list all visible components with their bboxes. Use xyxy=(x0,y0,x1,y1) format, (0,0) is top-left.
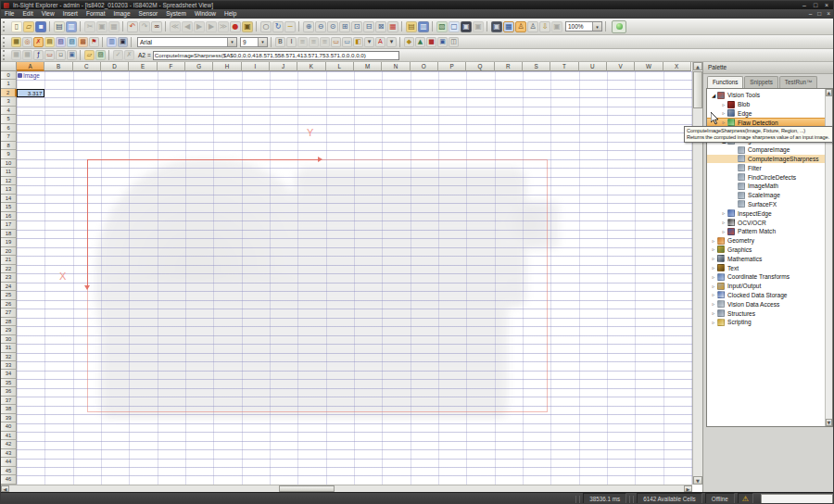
select-region-icon[interactable]: ▫ xyxy=(56,50,66,60)
next-image-icon[interactable]: ▶ xyxy=(206,21,217,32)
spreadsheet-view-icon[interactable]: ▦ xyxy=(503,21,514,32)
zoom-fit-icon[interactable]: ⊞ xyxy=(339,21,350,32)
find-icon[interactable]: ∞ xyxy=(151,21,162,32)
column-header-C[interactable]: C xyxy=(73,62,101,71)
scroll-up-icon[interactable]: ▲ xyxy=(826,89,832,96)
align-center-button[interactable]: ≡ xyxy=(309,37,319,47)
expanded-arrow-icon[interactable]: ◢ xyxy=(710,93,717,98)
column-header-A[interactable]: A xyxy=(17,62,44,71)
row-header-35[interactable]: 35 xyxy=(1,379,17,387)
chart-icon[interactable]: ▲ xyxy=(415,37,425,47)
menu-edit[interactable]: Edit xyxy=(22,9,32,19)
palette-tab-functions[interactable]: Functions xyxy=(707,76,743,88)
row-header-26[interactable]: 26 xyxy=(1,300,17,309)
scroll-up-icon[interactable]: ▲ xyxy=(693,62,702,70)
column-header-B[interactable]: B xyxy=(44,62,72,71)
logon-icon[interactable]: ♙ xyxy=(515,21,526,32)
column-header-J[interactable]: J xyxy=(270,62,297,71)
column-header-P[interactable]: P xyxy=(438,62,466,71)
last-image-icon[interactable]: ≫ xyxy=(218,21,229,32)
row-header-22[interactable]: 22 xyxy=(1,265,17,273)
column-header-X[interactable]: X xyxy=(663,62,691,71)
row-header-8[interactable]: 8 xyxy=(1,142,17,150)
tree-item-inspectedge[interactable]: ▹InspectEdge xyxy=(707,208,832,218)
tree-item-surfacefx[interactable]: SurfaceFX xyxy=(707,200,832,209)
row-header-46[interactable]: 46 xyxy=(1,475,17,484)
row-header-43[interactable]: 43 xyxy=(1,449,17,458)
tree-item-mathematics[interactable]: ▹Mathematics xyxy=(707,254,832,263)
row-header-9[interactable]: 9 xyxy=(1,150,17,158)
play-icon[interactable]: ▶ xyxy=(194,21,205,32)
row-header-30[interactable]: 30 xyxy=(1,335,17,344)
user-access-icon[interactable]: ♙ xyxy=(527,21,538,32)
font-name-combo[interactable]: Arial ▾ xyxy=(137,37,237,47)
monitor-off-icon[interactable]: ▣ xyxy=(473,21,484,32)
mdi-minimize-button[interactable]: – xyxy=(809,9,813,19)
control-icon[interactable]: ■ xyxy=(426,37,436,47)
cell-grid-icon[interactable]: ▦ xyxy=(11,50,21,60)
zoom-level-combo[interactable]: 100% ▾ xyxy=(565,21,602,32)
row-header-41[interactable]: 41 xyxy=(1,432,17,440)
scroll-down-icon[interactable]: ▼ xyxy=(826,419,832,426)
fill-color-dropdown[interactable]: ▾ xyxy=(364,37,374,47)
row-header-25[interactable]: 25 xyxy=(1,291,17,299)
collapsed-arrow-icon[interactable]: ▹ xyxy=(720,210,727,216)
collapsed-arrow-icon[interactable]: ▹ xyxy=(720,110,727,116)
delete-cells-icon[interactable]: ✗ xyxy=(33,37,44,47)
dropdown-arrow-icon[interactable]: ▾ xyxy=(227,38,236,46)
export-cells-icon[interactable]: ▨ xyxy=(67,37,77,47)
column-header-O[interactable]: O xyxy=(411,62,438,71)
collapsed-arrow-icon[interactable]: ▹ xyxy=(710,301,717,307)
copy-icon[interactable]: ▣ xyxy=(96,21,107,32)
dropdown-arrow-icon[interactable]: ▾ xyxy=(258,38,267,46)
maximize-button[interactable]: □ xyxy=(811,1,820,9)
row-header-38[interactable]: 38 xyxy=(1,405,17,413)
toolbar-grip[interactable] xyxy=(3,21,7,32)
tree-item-scripting[interactable]: ▹Scripting xyxy=(707,318,832,327)
row-header-12[interactable]: 12 xyxy=(1,177,17,185)
save-job-icon[interactable]: ▪ xyxy=(35,21,46,32)
collapsed-arrow-icon[interactable]: ▹ xyxy=(720,220,727,225)
image-window-icon[interactable]: ▢ xyxy=(449,21,460,32)
tree-item-edge[interactable]: ▹Edge xyxy=(707,109,832,119)
toolbar-grip[interactable] xyxy=(3,50,7,60)
row-header-14[interactable]: 14 xyxy=(1,195,17,203)
column-header-I[interactable]: I xyxy=(242,62,270,71)
tree-item-graphics[interactable]: ▹Graphics xyxy=(707,246,832,255)
horizontal-scroll-thumb[interactable] xyxy=(279,485,335,492)
vertical-scroll-thumb[interactable] xyxy=(693,71,702,108)
undo-icon[interactable]: ↶ xyxy=(127,21,138,32)
image-ref-icon[interactable]: ▣ xyxy=(67,50,77,60)
pixel-grid-icon[interactable]: ▦ xyxy=(387,21,398,32)
zoom-in-icon[interactable]: ⊕ xyxy=(303,21,314,32)
row-header-45[interactable]: 45 xyxy=(1,467,17,475)
row-header-5[interactable]: 5 xyxy=(1,115,17,123)
save-image-icon[interactable]: ⇩ xyxy=(539,21,550,32)
named-reference-icon[interactable]: ▥ xyxy=(107,37,117,47)
row-header-17[interactable]: 17 xyxy=(1,220,17,229)
collapsed-arrow-icon[interactable]: ▹ xyxy=(710,284,717,289)
column-header-G[interactable]: G xyxy=(185,62,213,71)
collapsed-arrow-icon[interactable]: ▹ xyxy=(710,238,717,244)
palette-tab-snippets[interactable]: Snippets xyxy=(744,76,778,88)
row-header-15[interactable]: 15 xyxy=(1,203,17,211)
filmstrip-icon[interactable]: ▤ xyxy=(406,21,417,32)
row-header-24[interactable]: 24 xyxy=(1,283,17,291)
row-header-6[interactable]: 6 xyxy=(1,124,17,132)
tree-item-compareimage[interactable]: CompareImage xyxy=(707,145,832,155)
formula-input[interactable] xyxy=(153,51,399,60)
edit-region-icon[interactable]: ▭ xyxy=(44,50,55,60)
close-button[interactable]: × xyxy=(822,1,831,9)
tree-item-findcircledefects[interactable]: FindCircleDefects xyxy=(707,172,832,182)
paste-icon[interactable]: ▦ xyxy=(108,21,120,32)
record-icon[interactable]: ● xyxy=(230,21,241,32)
column-header-H[interactable]: H xyxy=(213,62,241,71)
selected-cell-a2[interactable]: 3.317 xyxy=(17,89,44,97)
column-header-S[interactable]: S xyxy=(523,62,550,71)
font-color-dropdown[interactable]: ▾ xyxy=(386,37,397,47)
image-playback-icon[interactable]: ▥ xyxy=(418,21,429,32)
online-toggle-button[interactable] xyxy=(612,20,626,33)
merge-cells-icon[interactable]: ▭ xyxy=(331,37,341,47)
font-color-icon[interactable]: A xyxy=(375,37,385,47)
display-settings-icon[interactable]: ▣ xyxy=(491,21,502,32)
